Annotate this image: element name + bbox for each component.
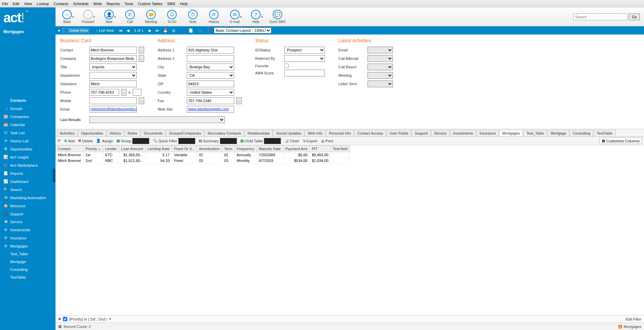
chart-button[interactable]: 📊Chart: [284, 139, 299, 143]
sidebar-item-companies[interactable]: 🏢Companies: [0, 113, 55, 121]
ama-input[interactable]: [284, 70, 325, 76]
col-header[interactable]: Fixed Or V...: [172, 146, 197, 152]
activity-call-attempt-select[interactable]: [368, 55, 393, 62]
tab-user-fields[interactable]: User Fields: [386, 130, 412, 136]
sidebar-item-test-table[interactable]: Test_Table: [0, 250, 55, 258]
tab-history[interactable]: History: [107, 130, 124, 136]
menu-contacts[interactable]: Contacts: [53, 2, 68, 6]
sidebar-item-opportunities[interactable]: ⚙Opportunities: [0, 145, 55, 153]
phone-dial-icon[interactable]: …: [121, 89, 127, 96]
website-link[interactable]: www.davidsonspets.com: [187, 106, 234, 113]
col-header[interactable]: Lending Rate: [145, 146, 172, 152]
print-button[interactable]: 🖨Print: [321, 139, 333, 143]
new-button[interactable]: 👤▼New: [102, 10, 116, 24]
grid[interactable]: ContactPriority ▲LenderLoan AmountLendin…: [55, 145, 644, 315]
add-button[interactable]: ⊕Add: [64, 139, 75, 143]
activity-meeting-select[interactable]: [368, 72, 393, 79]
menu-file[interactable]: File: [2, 2, 8, 6]
history-button[interactable]: ⟳History: [206, 10, 221, 24]
menu-edit[interactable]: Edit: [13, 2, 19, 6]
email-button[interactable]: ✉▼E-mail: [227, 10, 242, 24]
menu-reports[interactable]: Reports: [107, 2, 120, 6]
delete-button[interactable]: ✖Delete: [78, 139, 93, 143]
sidebar-item-task-list[interactable]: ☑Task List: [0, 129, 55, 137]
city-select[interactable]: Bodega Bay: [187, 64, 234, 70]
state-select[interactable]: CA: [187, 72, 234, 79]
nav-prev-icon[interactable]: ◀: [126, 28, 130, 33]
sidebar-item-history-list[interactable]: ⟳History List: [0, 137, 55, 145]
col-header[interactable]: Loan Amount: [119, 146, 145, 152]
sidebar-collapse-handle[interactable]: [53, 169, 55, 182]
sidebar-item-search[interactable]: 🔍Search: [0, 186, 55, 194]
menu-sms[interactable]: SMS: [167, 2, 175, 6]
address1-input[interactable]: [187, 47, 234, 53]
fax-lookup-icon[interactable]: …: [236, 97, 242, 104]
sidebar-item-mortgages[interactable]: ④Mortgages: [0, 242, 55, 250]
save-icon[interactable]: 💾: [162, 28, 169, 33]
col-header[interactable]: Payment Amt: [283, 146, 309, 152]
map-pin-icon[interactable]: 📍: [205, 28, 212, 33]
filter-enabled-checkbox[interactable]: [63, 317, 67, 321]
sidebar-item-investments[interactable]: ④Investments: [0, 226, 55, 234]
nav-next-icon[interactable]: ▶: [148, 28, 152, 33]
tab-notes[interactable]: Notes: [125, 130, 140, 136]
phone-input[interactable]: [89, 89, 119, 96]
menu-view[interactable]: View: [24, 2, 32, 6]
doc-icon[interactable]: 📄: [187, 28, 194, 33]
salutation-input[interactable]: [89, 80, 137, 87]
detail-view-button[interactable]: 👤 Detail View: [62, 28, 90, 33]
tab-mortgage[interactable]: Mortgage: [548, 130, 569, 136]
zip-input[interactable]: [187, 80, 234, 87]
phone-ext-input[interactable]: [133, 89, 141, 96]
list-view-button[interactable]: 👥 List View: [92, 28, 116, 33]
col-header[interactable]: Maturity Date: [257, 146, 283, 152]
tab-opportunities[interactable]: Opportunities: [78, 130, 106, 136]
country-select[interactable]: United States: [187, 89, 234, 96]
print-icon[interactable]: 🖨: [171, 28, 177, 32]
fax-input[interactable]: [187, 97, 234, 104]
export-button[interactable]: ⇲Export: [303, 139, 317, 143]
mobile-input[interactable]: [89, 97, 137, 104]
menu-help[interactable]: Help: [180, 2, 188, 6]
col-header[interactable]: PIT: [310, 146, 331, 152]
tab-relationships[interactable]: Relationships: [244, 130, 273, 136]
activity-letter-select[interactable]: [368, 80, 393, 87]
tab-social-updates[interactable]: Social Updates: [273, 130, 304, 136]
layout-select[interactable]: Basic Contact Layout - 1366x768: [214, 27, 271, 33]
company-input[interactable]: [89, 55, 137, 62]
tab-support[interactable]: Support: [412, 130, 431, 136]
title-select[interactable]: Imports: [89, 64, 137, 70]
referred-select[interactable]: [284, 55, 325, 62]
sidebar-item-act-marketplace[interactable]: 🛒Act! Marketplace: [0, 161, 55, 169]
address2-input[interactable]: [187, 55, 234, 62]
back-button[interactable]: ←▼Back: [60, 10, 74, 24]
attach-icon[interactable]: 📎: [196, 28, 203, 33]
activity-email-select[interactable]: [368, 47, 393, 53]
assign-button[interactable]: 👤Assign: [96, 139, 113, 143]
quick-filter-button[interactable]: 🔍Quick Filter: [153, 138, 195, 144]
idstatus-select[interactable]: Prospect: [284, 47, 325, 53]
col-header[interactable]: Term: [222, 146, 235, 152]
col-header[interactable]: Amortization: [197, 146, 222, 152]
sidebar-item-contacts[interactable]: 👤Contacts: [0, 96, 55, 104]
last-results-select[interactable]: [89, 116, 225, 123]
refresh-button[interactable]: ⟳: [58, 139, 61, 143]
summary-button[interactable]: ▤Summary: [199, 138, 237, 144]
tab-testtable[interactable]: TestTable: [594, 130, 615, 136]
group-button[interactable]: ▦Group: [116, 138, 149, 144]
email-link[interactable]: mbrenner@davidsonspets.ema: [89, 106, 137, 113]
table-row[interactable]: Mitch Brenner1stETC$1,368,05...5.17Varia…: [56, 152, 350, 158]
todo-button[interactable]: ☑To-Do: [164, 10, 179, 24]
person-icon[interactable]: 👤: [179, 28, 185, 33]
menu-tools[interactable]: Tools: [125, 2, 133, 6]
search-go-button[interactable]: Go: [629, 14, 640, 20]
favorite-checkbox[interactable]: [284, 64, 289, 68]
sidebar-item-testtable[interactable]: TestTable: [0, 274, 55, 281]
tab-contact-access[interactable]: Contact Access: [354, 130, 386, 136]
search-input[interactable]: [573, 14, 627, 20]
tab-test-table[interactable]: Test_Table: [523, 130, 547, 136]
sidebar-item-dashboard[interactable]: 📈Dashboard: [0, 178, 55, 186]
nav-first-icon[interactable]: ⏮: [118, 28, 124, 32]
company-lookup-icon[interactable]: …: [139, 55, 144, 62]
tab-personal-info[interactable]: Personal Info: [326, 130, 354, 136]
